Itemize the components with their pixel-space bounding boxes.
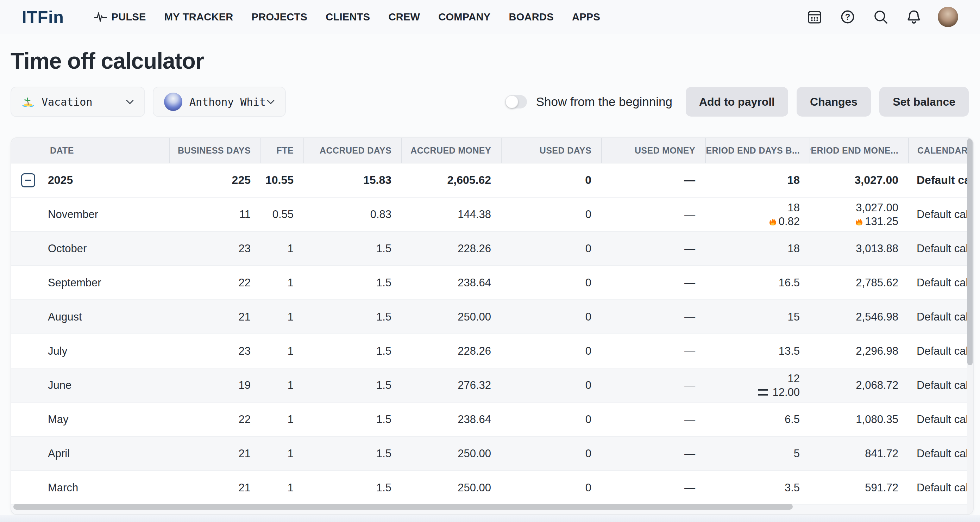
td-accrued-money: 2,605.62 xyxy=(401,163,501,197)
page-bottom-strip xyxy=(0,515,980,522)
period-end-days-sub-value: 0.82 xyxy=(779,216,800,227)
nav-item-crew[interactable]: CREW xyxy=(388,11,420,23)
filter-row: Vacation Anthony Whit xyxy=(11,87,286,117)
td-business-days: 21 xyxy=(169,300,261,334)
set-balance-button[interactable]: Set balance xyxy=(879,87,969,117)
td-fte: 1 xyxy=(261,334,304,368)
employee-dropdown[interactable]: Anthony Whit xyxy=(153,87,286,117)
td-fte: 1 xyxy=(261,266,304,299)
show-from-beginning-toggle[interactable] xyxy=(505,95,527,109)
calendar-icon[interactable] xyxy=(805,8,824,26)
nav-label: BOARDS xyxy=(509,11,554,23)
td-business-days: 225 xyxy=(169,163,261,197)
table-header-row: DATE BUSINESS DAYS FTE ACCRUED DAYS ACCR… xyxy=(11,138,968,163)
nav-item-pulse[interactable]: PULSE xyxy=(94,11,146,23)
td-used-money: — xyxy=(601,163,705,197)
employee-value: Anthony Whit xyxy=(189,96,266,108)
td-period-end-money: 841.72 xyxy=(810,437,908,470)
td-used-money: — xyxy=(601,334,705,368)
td-fte: 1 xyxy=(261,232,304,265)
nav-item-my-tracker[interactable]: MY TRACKER xyxy=(164,11,233,23)
col-period-end-money: PERIOD END MONE... xyxy=(810,138,908,163)
td-accrued-days: 15.83 xyxy=(304,163,401,197)
td-business-days: 22 xyxy=(169,266,261,299)
td-calendar: Default calendar xyxy=(908,300,968,334)
td-period-end-days: 3.5 xyxy=(705,471,810,504)
search-icon[interactable] xyxy=(872,8,890,26)
td-accrued-days: 1.5 xyxy=(304,266,401,299)
nav-label: PROJECTS xyxy=(252,11,308,23)
nav-item-clients[interactable]: CLIENTS xyxy=(326,11,370,23)
timeoff-type-dropdown[interactable]: Vacation xyxy=(11,87,145,117)
nav-item-company[interactable]: COMPANY xyxy=(438,11,490,23)
td-calendar: Default calendar xyxy=(908,232,968,265)
col-used-money: USED MONEY xyxy=(601,138,705,163)
nav-item-projects[interactable]: PROJECTS xyxy=(252,11,308,23)
nav-label: CREW xyxy=(388,11,420,23)
td-accrued-money: 238.64 xyxy=(401,402,501,436)
td-period-end-days: 13.5 xyxy=(705,334,810,368)
td-period-end-money: 2,546.98 xyxy=(810,300,908,334)
td-accrued-days: 1.5 xyxy=(304,334,401,368)
td-business-days: 22 xyxy=(169,402,261,436)
col-business-days: BUSINESS DAYS xyxy=(169,138,261,163)
td-period-end-days: 12 12.00 xyxy=(705,369,810,402)
td-fte: 1 xyxy=(261,369,304,402)
td-business-days: 23 xyxy=(169,334,261,368)
td-used-days: 0 xyxy=(501,471,601,504)
equals-icon xyxy=(758,389,768,396)
td-calendar: Default calendar xyxy=(908,163,968,197)
td-fte: 10.55 xyxy=(261,163,304,197)
td-used-money: — xyxy=(601,300,705,334)
td-fte: 1 xyxy=(261,402,304,436)
toggle-knob xyxy=(506,96,518,108)
td-accrued-days: 1.5 xyxy=(304,369,401,402)
td-accrued-money: 228.26 xyxy=(401,232,501,265)
top-navigation-bar: ITFin PULSE MY TRACKER PROJECTS CLIENTS … xyxy=(0,0,980,34)
pulse-icon xyxy=(94,12,107,22)
help-icon[interactable]: ? xyxy=(838,8,857,26)
user-avatar[interactable] xyxy=(938,7,958,27)
td-accrued-days: 1.5 xyxy=(304,437,401,470)
td-fte: 1 xyxy=(261,437,304,470)
nav-label: PULSE xyxy=(111,11,146,23)
td-used-days: 0 xyxy=(501,334,601,368)
td-period-end-days: 5 xyxy=(705,437,810,470)
td-business-days: 23 xyxy=(169,232,261,265)
col-period-end-days: PERIOD END DAYS B... xyxy=(705,138,810,163)
td-period-end-days: 15 xyxy=(705,300,810,334)
action-buttons: Add to payroll Changes Set balance xyxy=(686,87,969,117)
td-fte: 1 xyxy=(261,300,304,334)
td-date: July xyxy=(11,334,169,368)
changes-button[interactable]: Changes xyxy=(797,87,871,117)
col-fte: FTE xyxy=(261,138,304,163)
period-end-money-sub-value: 131.25 xyxy=(865,216,898,227)
td-used-money: — xyxy=(601,232,705,265)
vertical-scrollbar-thumb[interactable] xyxy=(967,138,973,365)
add-to-payroll-button[interactable]: Add to payroll xyxy=(686,87,788,117)
nav-label: MY TRACKER xyxy=(164,11,233,23)
td-calendar: Default calendar xyxy=(908,402,968,436)
employee-avatar xyxy=(164,93,182,111)
timeoff-table-card: DATE BUSINESS DAYS FTE ACCRUED DAYS ACCR… xyxy=(11,137,974,515)
horizontal-scrollbar-thumb[interactable] xyxy=(13,504,793,510)
table-row-july: July 23 1 1.5 228.26 0 — 13.5 2,296.98 D… xyxy=(11,334,968,369)
td-business-days: 21 xyxy=(169,437,261,470)
td-used-days: 0 xyxy=(501,437,601,470)
period-end-days-value: 18 xyxy=(788,202,800,213)
td-used-money: — xyxy=(601,266,705,299)
td-period-end-money: 3,027.00 xyxy=(810,163,908,197)
td-used-money: — xyxy=(601,402,705,436)
td-period-end-money: 1,080.35 xyxy=(810,402,908,436)
itfin-logo[interactable]: ITFin xyxy=(22,7,64,27)
period-end-days-value: 12 xyxy=(788,373,800,384)
nav-item-apps[interactable]: APPS xyxy=(572,11,600,23)
td-calendar: Default calendar xyxy=(908,437,968,470)
collapse-year-button[interactable] xyxy=(21,173,35,187)
td-accrued-days: 1.5 xyxy=(304,402,401,436)
table-row-october: October 23 1 1.5 228.26 0 — 18 3,013.88 … xyxy=(11,232,968,266)
nav-item-boards[interactable]: BOARDS xyxy=(509,11,554,23)
td-period-end-days: 18 xyxy=(705,232,810,265)
td-used-days: 0 xyxy=(501,369,601,402)
notifications-icon[interactable] xyxy=(905,8,923,26)
